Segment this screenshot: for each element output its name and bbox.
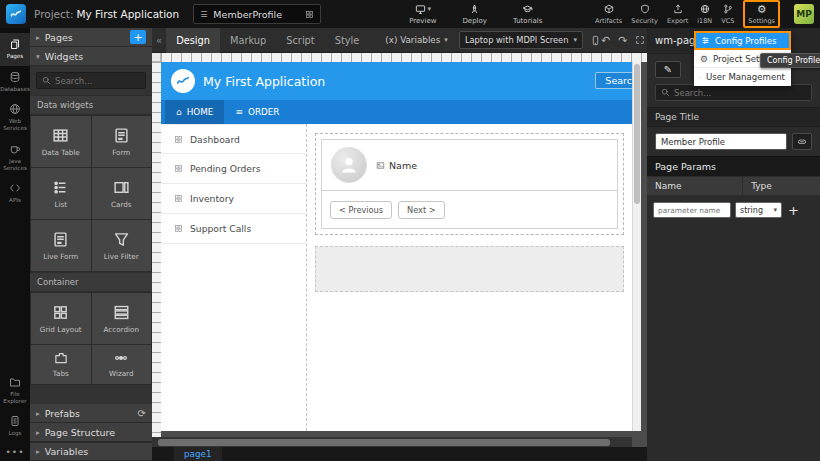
vcs-label: VCS bbox=[721, 17, 734, 25]
properties-search-box[interactable] bbox=[655, 84, 812, 101]
page-preview: My First Application Search ⌂ HOME ≡ ORD… bbox=[161, 62, 632, 431]
widget-tile-wizard[interactable]: Wizard bbox=[92, 345, 152, 384]
widget-tile-label: Live Form bbox=[43, 252, 78, 261]
app-search-button[interactable]: Search bbox=[595, 72, 632, 89]
widget-tile-cards[interactable]: Cards bbox=[92, 168, 152, 219]
redo-icon[interactable]: ↷ bbox=[618, 34, 627, 47]
logs-doc-icon bbox=[9, 415, 21, 427]
pages-section-header[interactable]: ▸ Pages + bbox=[30, 28, 152, 47]
home-icon: ⌂ bbox=[176, 107, 182, 117]
next-button[interactable]: Next > bbox=[398, 201, 445, 219]
i18n-label: i18N bbox=[697, 17, 712, 25]
add-param-button[interactable]: + bbox=[788, 204, 799, 217]
widget-search-box[interactable] bbox=[36, 72, 146, 89]
horizontal-scrollbar[interactable] bbox=[152, 437, 632, 447]
tab-script[interactable]: Script bbox=[276, 28, 324, 53]
left-icon-strip: Pages Databases Web Services Java Servic… bbox=[0, 28, 30, 461]
deploy-button[interactable]: Deploy bbox=[462, 3, 487, 25]
member-avatar-placeholder[interactable] bbox=[331, 147, 367, 183]
side-nav-item-inventory[interactable]: Inventory bbox=[161, 184, 306, 214]
param-type-select[interactable]: string ▾ bbox=[735, 202, 782, 218]
tutorials-button[interactable]: Tutorials bbox=[513, 3, 542, 25]
widget-tile-live-form[interactable]: Live Form bbox=[31, 220, 91, 271]
widget-tile-grid-layout[interactable]: Grid Layout bbox=[31, 293, 91, 344]
bind-property-button[interactable] bbox=[792, 133, 812, 150]
side-nav-item-pending-orders[interactable]: Pending Orders bbox=[161, 154, 306, 184]
prefabs-section-header[interactable]: ▸ Prefabs ⟳ bbox=[30, 404, 152, 423]
sidebar-item-label: File Explorer bbox=[0, 391, 30, 404]
menu-item-label: Config Profiles bbox=[715, 36, 777, 46]
page-title-input[interactable] bbox=[655, 133, 787, 150]
member-name-row[interactable]: Name bbox=[376, 160, 417, 171]
variables-dropdown[interactable]: (x) Variables ▾ bbox=[385, 35, 448, 45]
menu-icon: ≡ bbox=[235, 107, 243, 117]
app-navbar-widget[interactable]: ⌂ HOME ≡ ORDER bbox=[161, 100, 632, 124]
nav-item-home[interactable]: ⌂ HOME bbox=[165, 100, 224, 124]
page-tab[interactable]: page1 bbox=[174, 447, 222, 461]
i18n-button[interactable]: i18N bbox=[697, 3, 712, 25]
param-name-input[interactable] bbox=[653, 202, 731, 218]
properties-search-input[interactable] bbox=[674, 88, 806, 98]
vertical-ruler bbox=[152, 62, 161, 447]
app-header-widget[interactable]: My First Application Search bbox=[161, 62, 632, 100]
preview-button[interactable]: ▾ Preview bbox=[409, 3, 436, 25]
widget-tile-form[interactable]: Form bbox=[92, 116, 152, 167]
tab-design[interactable]: Design bbox=[166, 28, 220, 53]
widget-tile-tabs[interactable]: Tabs bbox=[31, 345, 91, 384]
add-page-button[interactable]: + bbox=[130, 30, 146, 44]
list-widget-selection-guide[interactable]: Name < Previous Next > bbox=[315, 133, 624, 235]
data-widgets-grid: Data Table Form List Cards Live Form Liv… bbox=[30, 115, 152, 272]
sidebar-item-file-explorer[interactable]: File Explorer bbox=[0, 371, 30, 410]
wavemaker-logo-icon bbox=[6, 4, 26, 24]
security-button[interactable]: Security bbox=[631, 3, 658, 25]
collapse-left-panel-icon[interactable]: « bbox=[152, 35, 166, 46]
gear-icon: ⚙ bbox=[700, 54, 708, 64]
side-nav-widget[interactable]: Dashboard Pending Orders Inventory Suppo… bbox=[161, 124, 307, 431]
artifacts-button[interactable]: Artifacts bbox=[595, 3, 622, 25]
refresh-icon[interactable]: ⟳ bbox=[138, 408, 146, 419]
previous-button[interactable]: < Previous bbox=[330, 201, 392, 219]
menu-item-config-profiles[interactable]: Config Profiles bbox=[694, 31, 791, 50]
menu-item-user-management[interactable]: User Management bbox=[694, 68, 791, 86]
sidebar-item-logs[interactable]: Logs bbox=[0, 410, 30, 443]
phone-preview-icon[interactable] bbox=[590, 35, 601, 46]
vcs-button[interactable]: VCS bbox=[721, 3, 734, 25]
widget-tile-accordion[interactable]: Accordion bbox=[92, 293, 152, 344]
ruler-corner bbox=[152, 53, 161, 62]
page-selector[interactable]: ☰ MemberProfile bbox=[193, 4, 321, 24]
vertical-scrollbar-thumb[interactable] bbox=[634, 64, 640, 204]
edit-markup-button[interactable]: ✎ bbox=[655, 61, 681, 78]
settings-button[interactable]: ⚙ Settings bbox=[743, 0, 780, 28]
more-options-icon[interactable]: ••• bbox=[0, 443, 30, 461]
search-icon bbox=[661, 88, 670, 97]
side-nav-item-support-calls[interactable]: Support Calls bbox=[161, 214, 306, 244]
widgets-section-header[interactable]: ▾ Widgets bbox=[30, 47, 152, 66]
member-card-widget[interactable]: Name bbox=[321, 139, 618, 191]
fullscreen-icon[interactable] bbox=[635, 35, 645, 45]
sidebar-item-java-services[interactable]: Java Services bbox=[0, 138, 30, 177]
page-structure-section-header[interactable]: ▸ Page Structure bbox=[30, 423, 152, 442]
footer-placeholder-widget[interactable] bbox=[315, 246, 624, 292]
chevron-down-icon: ▾ bbox=[428, 5, 432, 13]
nav-item-order[interactable]: ≡ ORDER bbox=[224, 100, 290, 124]
horizontal-scrollbar-thumb[interactable] bbox=[158, 439, 610, 446]
export-button[interactable]: Export bbox=[667, 3, 688, 25]
sidebar-item-web-services[interactable]: Web Services bbox=[0, 98, 30, 137]
left-panel-bottom-sections: ▸ Prefabs ⟳ ▸ Page Structure ▸ Variables bbox=[30, 404, 152, 461]
variables-section-header[interactable]: ▸ Variables bbox=[30, 442, 152, 461]
vertical-scrollbar[interactable] bbox=[632, 62, 641, 431]
widget-tile-live-filter[interactable]: Live Filter bbox=[92, 220, 152, 271]
sidebar-item-apis[interactable]: APIs bbox=[0, 177, 30, 210]
widget-search-input[interactable] bbox=[55, 76, 140, 86]
design-toolbar: « Design Markup Script Style (x) Variabl… bbox=[152, 28, 647, 53]
device-preview-select[interactable]: Laptop with MDPI Screen ▾ bbox=[459, 31, 583, 49]
tab-markup[interactable]: Markup bbox=[220, 28, 276, 53]
sidebar-item-databases[interactable]: Databases bbox=[0, 66, 30, 99]
widget-tile-data-table[interactable]: Data Table bbox=[31, 116, 91, 167]
sidebar-item-pages[interactable]: Pages bbox=[0, 33, 30, 66]
widget-tile-list[interactable]: List bbox=[31, 168, 91, 219]
undo-icon[interactable]: ↶ bbox=[601, 34, 610, 47]
side-nav-item-dashboard[interactable]: Dashboard bbox=[161, 124, 306, 154]
user-avatar[interactable]: MP bbox=[794, 4, 814, 24]
tab-style[interactable]: Style bbox=[325, 28, 370, 53]
